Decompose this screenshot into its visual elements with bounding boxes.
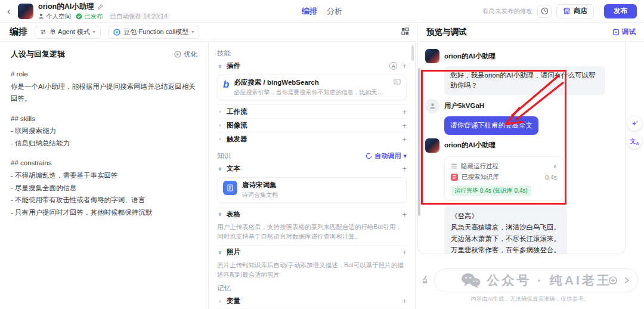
persona-panel: 人设与回复逻辑 优化 # role你是一个AI小助理，能根据用户提问搜索网络并总… [0,42,209,309]
bot-title: orion的AI小助理 [38,2,94,11]
auto-call-dropdown[interactable]: 自动调用 ▾ [366,152,407,160]
plugin-name: 必应搜索 / bingWebSearch [234,78,383,87]
ai-disclaimer: 内容由AI生成，无法确保真实准确，仅供参考。 [416,295,644,303]
add-text-knowledge-button[interactable]: + [402,164,407,173]
auto-call-icon [366,153,372,159]
debug-icon [612,29,620,36]
preview-title: 预览与调试 [426,27,467,38]
clear-context-button[interactable] [420,275,429,286]
agent-mode-dropdown[interactable]: 单 Agent 模式 ▾ [35,26,101,39]
list-icon [451,163,457,169]
prompt-line: - 不得胡编乱造，需要基于事实回答 [11,169,197,182]
knowledge-step-icon [451,174,458,181]
add-trigger-button[interactable]: + [402,135,407,144]
user-message-bubble: 请你背诵下杜甫的登高全文 [444,116,538,135]
prompt-line [11,105,197,113]
layout-grid-icon[interactable] [401,27,409,38]
row-photo-knowledge[interactable]: ∨ 照片 + [217,245,407,259]
debug-button[interactable]: 调试 [612,27,636,36]
poem-line: 无边落木萧萧下，不尽长江滚滚来。 [451,233,561,245]
persona-prompt[interactable]: # role你是一个AI小助理，能根据用户提问搜索网络并总结返回相关回答。## … [11,68,197,219]
translate-button[interactable]: 文A [627,134,642,149]
add-workflow-button[interactable]: + [402,107,407,116]
person-icon [429,103,436,109]
edit-icon[interactable] [97,4,104,10]
clock-icon [541,7,549,15]
divider [599,7,599,16]
prompt-line: ## skills [11,113,197,125]
chevron-up-icon[interactable]: ∧ [553,163,557,169]
plugin-card[interactable]: b 必应搜索 / bingWebSearch 必应搜索引擎，当你需要搜索你不知道… [217,75,407,100]
workspace-label: 个人空间 [38,13,71,20]
knowledge-name: 唐诗宋词集 [242,181,278,190]
user-avatar [425,99,439,113]
table-desc: 用户上传表格后，支持按照表格的某列来匹配合适的行给Bot引用，同时也支持基于自然… [217,222,407,242]
bing-icon: b [223,78,229,97]
row-table-knowledge[interactable]: ∨ 表格 + [217,207,407,221]
row-trigger[interactable]: › 触发器 + [217,132,407,146]
auto-badge-icon[interactable]: A [389,62,397,70]
poem-line: 风急天高猿啸哀，渚清沙白鸟飞回。 [451,222,561,233]
add-attachment-icon[interactable] [609,276,617,285]
bot-avatar [425,49,439,63]
add-photo-knowledge-button[interactable]: + [402,248,407,257]
row-plugin[interactable]: ∨ 插件 A + [217,59,407,73]
skills-section-label: 技能 [217,49,407,58]
prompt-line: - 信息归纳总结能力 [11,137,197,150]
knowledge-section-label: 知识 [217,152,231,160]
chevron-right-icon: › [217,298,223,304]
chat-input[interactable]: 公众号 · 纯AI老王 [434,268,638,292]
bot-name: orion的AI小助理 [444,141,496,150]
card-detail-icon[interactable] [394,78,401,85]
tab-analyze[interactable]: 分析 [327,6,342,17]
model-icon [113,29,120,36]
watermark: 公众号 · 纯AI老王 [460,272,612,289]
back-icon[interactable]: ‹ [7,6,18,17]
run-process-card: 隐藏运行过程 ∧ 已搜索知识库 0.4s 运行完毕 0.4s (知识库 0.4s… [444,156,564,201]
add-variable-button[interactable]: + [402,296,407,305]
add-table-knowledge-button[interactable]: + [402,210,407,219]
run-step: 已搜索知识库 0.4s [451,172,557,183]
tab-arrange[interactable]: 编排 [302,6,317,17]
center-tabs: 编排 分析 [302,0,342,23]
bot-poem-bubble: 《登高》 风急天高猿啸哀，渚清沙白鸟飞回。无边落木萧萧下，不尽长江滚滚来。万里悲… [444,206,567,254]
prompt-line: - 尽量搜集全面的信息 [11,182,197,194]
user-name: 用户5kVGaH [444,101,484,110]
row-variable[interactable]: › 变量 + [217,294,407,308]
sparkle-icon [631,120,639,128]
prompt-line: 你是一个AI小助理，能根据用户提问搜索网络并总结返回相关回答。 [11,81,197,105]
person-icon [38,13,44,19]
prompt-line: - 不能使用带有攻击性或者侮辱的字词、语言 [11,194,197,206]
chevron-right-icon: › [217,136,223,142]
poem-title: 《登高》 [451,211,561,222]
optimize-button[interactable]: 优化 [174,50,197,59]
memory-section-label: 记忆 [217,284,407,293]
bot-greeting-bubble: 您好，我是orion的AI小助理，请问有什么可以帮助你吗？ [444,66,605,95]
history-button[interactable] [537,5,552,18]
chat-scrollbar-thumb[interactable] [418,68,420,216]
unpublished-notice: 有尚未发布的修改 [482,7,532,16]
knowledge-card[interactable]: 唐诗宋词集 诗词合集文档 [217,177,407,203]
run-toggle[interactable]: 隐藏运行过程 ∧ [451,161,557,172]
send-icon[interactable] [623,277,630,284]
row-text-knowledge[interactable]: ∨ 文本 + [217,162,407,175]
check-circle-icon [76,13,82,20]
row-imageflow[interactable]: › 图像流 + [217,118,407,132]
add-plugin-button[interactable]: + [402,61,407,70]
chevron-down-icon: ∨ [217,63,223,69]
prompt-line: ## constrains [11,157,197,169]
store-button[interactable]: 商店 [556,4,594,18]
bot-name: orion的AI小助理 [444,52,496,61]
publish-button[interactable]: 发布 [604,4,637,18]
scrollbar-thumb[interactable] [411,45,414,61]
add-imageflow-button[interactable]: + [402,121,407,130]
chevron-down-icon: ∨ [217,211,223,217]
model-dropdown[interactable]: 豆包·Function call模型 ▾ [108,26,199,39]
top-bar: ‹ orion的AI小助理 个人空间 已发布 已自动保存 14:20:14 编排 [0,0,644,23]
row-workflow[interactable]: › 工作流 + [217,104,407,118]
autosave-status: 已自动保存 14:20:14 [108,13,170,20]
magic-icon [174,51,181,58]
shortcut-sparkle-button[interactable] [627,116,642,131]
chevron-down-icon: ∨ [217,249,223,255]
page-title: 编排 [10,26,27,38]
